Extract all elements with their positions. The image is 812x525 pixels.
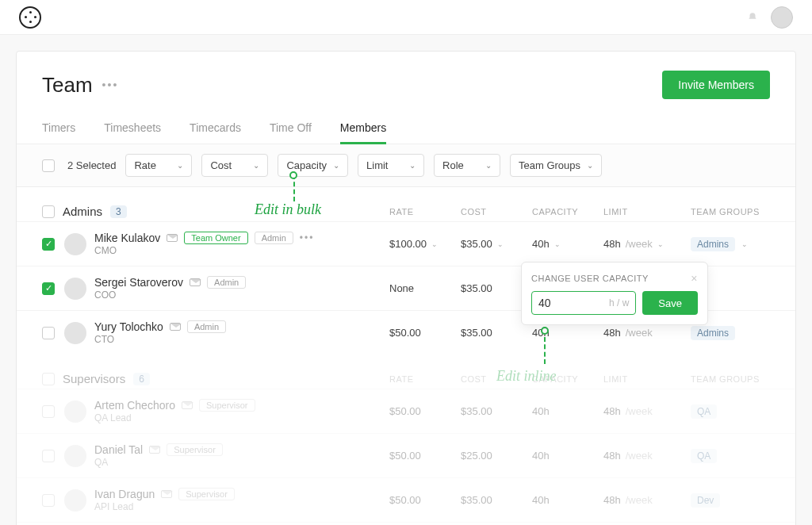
- mail-icon[interactable]: [167, 234, 178, 242]
- limit-value[interactable]: 48h/week: [603, 327, 691, 339]
- chevron-down-icon: ⌄: [587, 161, 593, 170]
- tab-members[interactable]: Members: [340, 113, 386, 144]
- teamgroup-value[interactable]: Dev: [691, 493, 770, 508]
- bulk-limit-dropdown[interactable]: Limit⌄: [358, 154, 424, 177]
- notifications-icon[interactable]: [747, 12, 758, 23]
- chevron-down-icon: ⌄: [497, 240, 504, 248]
- chevron-down-icon: ⌄: [485, 161, 492, 170]
- limit-value[interactable]: 48h/week: [603, 494, 691, 506]
- teamgroup-value[interactable]: QA: [691, 449, 770, 463]
- member-row: Sergei Dekevich Supervisor Frontend Lead…: [17, 522, 795, 525]
- selection-count: 2 Selected: [67, 159, 116, 171]
- capacity-input-wrapper: h / w: [531, 291, 636, 315]
- row-more-icon[interactable]: •••: [300, 232, 315, 243]
- col-limit: LIMIT: [603, 207, 691, 217]
- close-icon[interactable]: ×: [691, 272, 698, 285]
- rate-value[interactable]: None: [389, 282, 461, 294]
- select-all-checkbox[interactable]: [42, 159, 55, 172]
- popover-title: CHANGE USER CAPACITY: [531, 274, 649, 283]
- row-checkbox[interactable]: [42, 450, 55, 462]
- rate-value[interactable]: $100.00⌄: [389, 238, 461, 250]
- group-count-badge: 3: [110, 205, 127, 218]
- mail-icon[interactable]: [170, 323, 181, 331]
- cost-value[interactable]: $35.00⌄: [461, 238, 532, 250]
- user-avatar[interactable]: [771, 6, 793, 29]
- save-button[interactable]: Save: [642, 291, 698, 315]
- member-avatar: [64, 445, 86, 467]
- limit-value[interactable]: 48h/week: [603, 450, 691, 462]
- chevron-down-icon: ⌄: [253, 161, 259, 170]
- capacity-value[interactable]: 40h: [532, 405, 603, 417]
- row-checkbox[interactable]: [42, 405, 55, 418]
- mail-icon[interactable]: [161, 490, 172, 498]
- member-avatar: [64, 400, 86, 423]
- annotation-bulk: Edit in bulk: [255, 201, 321, 218]
- bulk-rate-dropdown[interactable]: Rate⌄: [125, 154, 192, 177]
- member-name: Artem Chechoro: [94, 399, 175, 412]
- bulk-filter-row: 2 Selected Rate⌄ Cost⌄ Capacity⌄ Limit⌄ …: [17, 144, 795, 187]
- bulk-teamgroups-dropdown[interactable]: Team Groups⌄: [510, 154, 602, 177]
- row-checkbox[interactable]: [42, 494, 55, 507]
- group-name: Admins: [63, 205, 102, 218]
- capacity-input[interactable]: [538, 297, 570, 309]
- cost-value[interactable]: $35.00: [461, 494, 532, 506]
- tabs: Timers Timesheets Timecards Time Off Mem…: [17, 109, 795, 144]
- capacity-value[interactable]: 40h: [532, 450, 603, 462]
- mail-icon[interactable]: [190, 278, 201, 286]
- rate-value[interactable]: $50.00: [389, 327, 461, 339]
- page-title: Team: [42, 73, 93, 98]
- rate-value[interactable]: $50.00: [389, 494, 461, 506]
- member-subtitle: CTO: [94, 334, 226, 345]
- rate-value[interactable]: $50.00: [389, 450, 461, 462]
- mail-icon[interactable]: [149, 446, 160, 454]
- more-menu-icon[interactable]: •••: [102, 79, 119, 91]
- bulk-capacity-dropdown[interactable]: Capacity⌄: [278, 154, 348, 177]
- role-tag: Admin: [207, 276, 246, 289]
- chevron-down-icon: ⌄: [333, 161, 339, 170]
- limit-value[interactable]: 48h/week⌄: [603, 238, 691, 250]
- teamgroup-value[interactable]: Admins⌄: [691, 237, 770, 251]
- row-checkbox[interactable]: ✓: [42, 238, 55, 251]
- col-capacity: CAPACITY: [532, 207, 603, 217]
- col-rate: RATE: [389, 374, 461, 384]
- teamgroup-value[interactable]: QA: [691, 404, 770, 419]
- row-checkbox[interactable]: ✓: [42, 282, 55, 295]
- rate-value[interactable]: $50.00: [389, 405, 461, 417]
- bulk-cost-dropdown[interactable]: Cost⌄: [201, 154, 268, 177]
- member-name: Sergei Staroverov: [94, 276, 183, 289]
- chevron-down-icon: ⌄: [177, 161, 183, 170]
- row-checkbox[interactable]: [42, 327, 55, 339]
- member-row: Daniel Tal Supervisor QA $50.00 $25.00 4…: [17, 433, 795, 477]
- limit-value[interactable]: 48h/week: [603, 405, 691, 417]
- tab-timecards[interactable]: Timecards: [190, 113, 241, 144]
- group-checkbox[interactable]: [42, 373, 55, 385]
- capacity-unit: h / w: [609, 297, 629, 308]
- member-name: Ivan Dragun: [94, 488, 155, 500]
- member-subtitle: QA: [94, 457, 223, 468]
- cost-value[interactable]: $25.00: [461, 450, 532, 462]
- role-tag: Admin: [255, 232, 293, 244]
- cost-value[interactable]: $35.00: [461, 327, 532, 339]
- member-subtitle: COO: [94, 289, 246, 301]
- member-subtitle: CMO: [94, 245, 314, 256]
- tab-timers[interactable]: Timers: [42, 113, 75, 144]
- tab-timesheets[interactable]: Timesheets: [104, 113, 161, 144]
- bulk-role-dropdown[interactable]: Role⌄: [434, 154, 500, 177]
- capacity-value[interactable]: 40h: [532, 494, 603, 506]
- cost-value[interactable]: $35.00: [461, 405, 532, 417]
- col-cost: COST: [461, 374, 532, 384]
- chevron-down-icon: ⌄: [409, 161, 416, 170]
- capacity-value[interactable]: 40h⌄: [532, 238, 603, 250]
- role-tag: Supervisor: [178, 488, 235, 500]
- group-header-admins: Admins 3 Edit in bulk RATE COST CAPACITY…: [17, 187, 795, 221]
- member-name: Yury Tolochko: [94, 320, 163, 333]
- invite-members-button[interactable]: Invite Members: [662, 71, 770, 99]
- group-checkbox[interactable]: [42, 205, 55, 218]
- col-capacity: CAPACITY: [532, 374, 603, 384]
- tab-timeoff[interactable]: Time Off: [270, 113, 312, 144]
- mail-icon[interactable]: [182, 401, 193, 409]
- app-logo[interactable]: [19, 6, 41, 29]
- teamgroup-value[interactable]: Admins: [691, 326, 770, 340]
- member-avatar: [64, 322, 86, 344]
- chevron-down-icon: ⌄: [657, 240, 664, 248]
